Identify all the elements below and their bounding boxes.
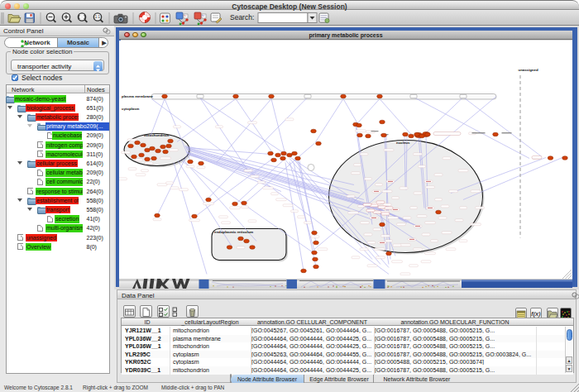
svg-text:1:1: 1:1 xyxy=(95,15,101,19)
svg-text:endoplasmic reticulum: endoplasmic reticulum xyxy=(214,229,253,233)
svg-text:cytoplasm: cytoplasm xyxy=(122,106,140,110)
svg-text:mitochondrion: mitochondrion xyxy=(144,133,170,137)
svg-text:Search:: Search: xyxy=(230,13,254,22)
svg-text:unassigned: unassigned xyxy=(518,68,538,72)
svg-text:plasma membrane: plasma membrane xyxy=(122,94,154,98)
svg-text:nucleus: nucleus xyxy=(396,141,410,145)
